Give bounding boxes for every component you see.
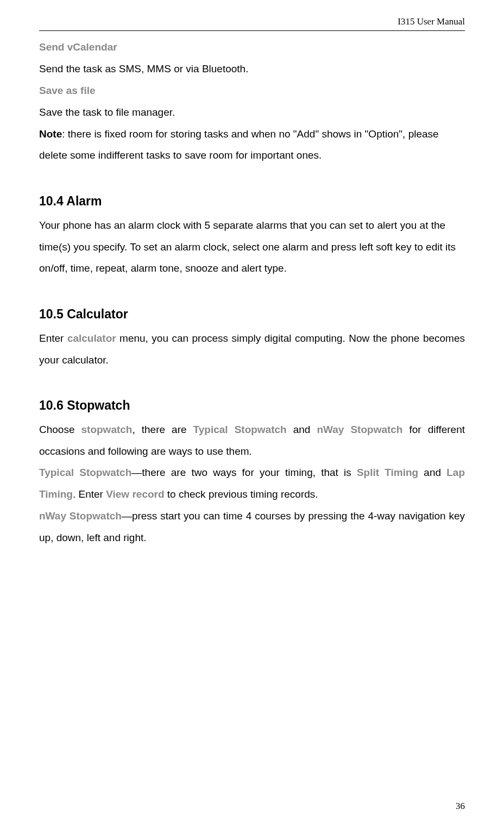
stopwatch-kw1: stopwatch: [81, 424, 133, 435]
stopwatch-heading: 10.6 Stopwatch: [39, 392, 465, 418]
send-vcalendar-title: Send vCalendar: [39, 36, 465, 58]
calculator-body: Enter calculator menu, you can process s…: [39, 328, 465, 371]
calculator-keyword: calculator: [67, 333, 116, 344]
note-label: Note: [39, 128, 62, 140]
typical-label: Typical Stopwatch: [39, 467, 131, 478]
stopwatch-kw2: Typical Stopwatch: [193, 424, 287, 435]
save-as-file-title: Save as file: [39, 80, 465, 102]
send-vcalendar-body: Send the task as SMS, MMS or via Bluetoo…: [39, 58, 465, 80]
calculator-prefix: Enter: [39, 333, 67, 344]
stopwatch-kw3: nWay Stopwatch: [317, 424, 402, 435]
typical-end: to check previous timing records.: [165, 488, 318, 500]
stopwatch-mid2: and: [287, 424, 317, 435]
page-number: 36: [456, 801, 465, 812]
page-content: I315 User Manual Send vCalendar Send the…: [0, 0, 504, 565]
save-as-file-body: Save the task to file manager.: [39, 102, 465, 123]
typical-stopwatch-body: Typical Stopwatch—there are two ways for…: [39, 462, 465, 505]
stopwatch-intro: Choose stopwatch, there are Typical Stop…: [39, 419, 465, 462]
typical-kw3: View record: [106, 488, 164, 500]
note-body: : there is fixed room for storing tasks …: [39, 128, 439, 161]
stopwatch-intro-prefix: Choose: [39, 424, 81, 435]
typical-suffix: . Enter: [73, 488, 106, 500]
save-as-file-note: Note: there is fixed room for storing ta…: [39, 123, 465, 167]
stopwatch-mid1: , there are: [132, 424, 193, 435]
nway-stopwatch-body: nWay Stopwatch—press start you can time …: [39, 505, 465, 549]
typical-mid2: and: [418, 467, 446, 478]
alarm-body: Your phone has an alarm clock with 5 sep…: [39, 215, 465, 280]
nway-label: nWay Stopwatch: [39, 510, 122, 522]
calculator-heading: 10.5 Calculator: [39, 301, 465, 327]
alarm-heading: 10.4 Alarm: [39, 188, 465, 214]
typical-kw1: Split Timing: [357, 467, 418, 478]
header-title: I315 User Manual: [39, 16, 465, 31]
typical-mid1: —there are two ways for your timing, tha…: [131, 467, 357, 478]
